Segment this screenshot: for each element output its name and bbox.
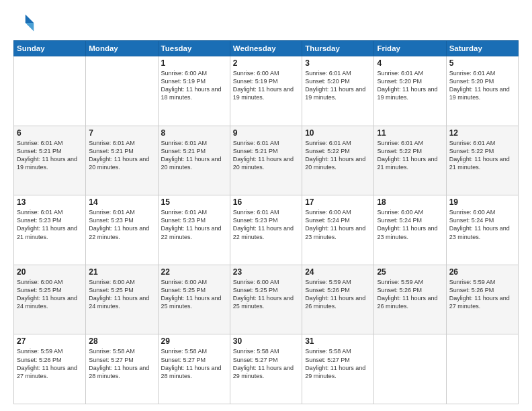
day-info: Sunrise: 6:00 AM Sunset: 5:25 PM Dayligh… <box>161 278 227 311</box>
calendar-cell: 19Sunrise: 6:00 AM Sunset: 5:24 PM Dayli… <box>446 195 518 265</box>
day-info: Sunrise: 6:01 AM Sunset: 5:20 PM Dayligh… <box>449 69 515 102</box>
weekday-header-wednesday: Wednesday <box>230 41 302 56</box>
day-number: 7 <box>89 128 154 138</box>
day-info: Sunrise: 6:01 AM Sunset: 5:23 PM Dayligh… <box>89 208 154 241</box>
calendar-cell: 4Sunrise: 6:01 AM Sunset: 5:20 PM Daylig… <box>374 56 446 126</box>
day-number: 31 <box>305 336 371 346</box>
weekday-header-row: SundayMondayTuesdayWednesdayThursdayFrid… <box>14 41 519 56</box>
svg-marker-1 <box>26 23 34 31</box>
calendar-cell: 16Sunrise: 6:01 AM Sunset: 5:23 PM Dayli… <box>230 195 302 265</box>
day-info: Sunrise: 6:01 AM Sunset: 5:22 PM Dayligh… <box>449 139 515 172</box>
calendar-cell: 20Sunrise: 6:00 AM Sunset: 5:25 PM Dayli… <box>14 265 86 334</box>
calendar-table: SundayMondayTuesdayWednesdayThursdayFrid… <box>13 40 519 404</box>
weekday-header-monday: Monday <box>86 41 158 56</box>
day-info: Sunrise: 5:59 AM Sunset: 5:26 PM Dayligh… <box>305 278 371 311</box>
logo-icon <box>13 12 35 34</box>
day-number: 23 <box>233 267 299 277</box>
day-number: 28 <box>89 336 154 346</box>
day-info: Sunrise: 6:01 AM Sunset: 5:21 PM Dayligh… <box>233 139 299 172</box>
day-info: Sunrise: 6:00 AM Sunset: 5:24 PM Dayligh… <box>449 208 515 241</box>
calendar-cell: 17Sunrise: 6:00 AM Sunset: 5:24 PM Dayli… <box>302 195 374 265</box>
weekday-header-saturday: Saturday <box>446 41 518 56</box>
day-number: 27 <box>17 336 83 346</box>
day-number: 17 <box>305 197 371 207</box>
day-info: Sunrise: 5:58 AM Sunset: 5:27 PM Dayligh… <box>161 347 227 380</box>
day-number: 21 <box>89 267 154 277</box>
calendar-cell: 5Sunrise: 6:01 AM Sunset: 5:20 PM Daylig… <box>446 56 518 126</box>
calendar-cell: 28Sunrise: 5:58 AM Sunset: 5:27 PM Dayli… <box>86 334 158 404</box>
day-info: Sunrise: 6:01 AM Sunset: 5:23 PM Dayligh… <box>161 208 227 241</box>
day-number: 9 <box>233 128 299 138</box>
calendar-cell <box>14 56 86 126</box>
day-info: Sunrise: 6:01 AM Sunset: 5:21 PM Dayligh… <box>161 139 227 172</box>
day-info: Sunrise: 5:59 AM Sunset: 5:26 PM Dayligh… <box>449 278 515 311</box>
day-number: 26 <box>449 267 515 277</box>
day-info: Sunrise: 5:58 AM Sunset: 5:27 PM Dayligh… <box>233 347 299 380</box>
calendar-cell: 25Sunrise: 5:59 AM Sunset: 5:26 PM Dayli… <box>374 265 446 334</box>
calendar-cell: 26Sunrise: 5:59 AM Sunset: 5:26 PM Dayli… <box>446 265 518 334</box>
calendar-cell: 30Sunrise: 5:58 AM Sunset: 5:27 PM Dayli… <box>230 334 302 404</box>
day-info: Sunrise: 6:00 AM Sunset: 5:25 PM Dayligh… <box>89 278 154 311</box>
day-info: Sunrise: 6:01 AM Sunset: 5:20 PM Dayligh… <box>305 69 371 102</box>
calendar-cell: 27Sunrise: 5:59 AM Sunset: 5:26 PM Dayli… <box>14 334 86 404</box>
calendar-cell: 13Sunrise: 6:01 AM Sunset: 5:23 PM Dayli… <box>14 195 86 265</box>
day-info: Sunrise: 6:00 AM Sunset: 5:19 PM Dayligh… <box>233 69 299 102</box>
calendar-cell: 7Sunrise: 6:01 AM Sunset: 5:21 PM Daylig… <box>86 126 158 195</box>
calendar-cell: 31Sunrise: 5:58 AM Sunset: 5:27 PM Dayli… <box>302 334 374 404</box>
day-info: Sunrise: 6:01 AM Sunset: 5:21 PM Dayligh… <box>17 139 83 172</box>
day-number: 4 <box>377 58 443 68</box>
logo <box>13 12 38 34</box>
header <box>13 12 519 34</box>
calendar-cell: 21Sunrise: 6:00 AM Sunset: 5:25 PM Dayli… <box>86 265 158 334</box>
day-number: 1 <box>161 58 227 68</box>
week-row-1: 1Sunrise: 6:00 AM Sunset: 5:19 PM Daylig… <box>14 56 519 126</box>
calendar-cell: 24Sunrise: 5:59 AM Sunset: 5:26 PM Dayli… <box>302 265 374 334</box>
weekday-header-sunday: Sunday <box>14 41 86 56</box>
day-info: Sunrise: 5:58 AM Sunset: 5:27 PM Dayligh… <box>305 347 371 380</box>
day-number: 2 <box>233 58 299 68</box>
calendar-cell: 10Sunrise: 6:01 AM Sunset: 5:22 PM Dayli… <box>302 126 374 195</box>
calendar-cell: 11Sunrise: 6:01 AM Sunset: 5:22 PM Dayli… <box>374 126 446 195</box>
day-number: 12 <box>449 128 515 138</box>
calendar-cell <box>374 334 446 404</box>
day-number: 11 <box>377 128 443 138</box>
day-info: Sunrise: 6:01 AM Sunset: 5:23 PM Dayligh… <box>17 208 83 241</box>
day-info: Sunrise: 6:00 AM Sunset: 5:25 PM Dayligh… <box>17 278 83 311</box>
day-number: 13 <box>17 197 83 207</box>
week-row-5: 27Sunrise: 5:59 AM Sunset: 5:26 PM Dayli… <box>14 334 519 404</box>
day-number: 30 <box>233 336 299 346</box>
page: SundayMondayTuesdayWednesdayThursdayFrid… <box>0 0 532 411</box>
day-info: Sunrise: 6:01 AM Sunset: 5:22 PM Dayligh… <box>377 139 443 172</box>
day-number: 29 <box>161 336 227 346</box>
day-number: 18 <box>377 197 443 207</box>
day-info: Sunrise: 5:59 AM Sunset: 5:26 PM Dayligh… <box>17 347 83 380</box>
day-info: Sunrise: 6:01 AM Sunset: 5:20 PM Dayligh… <box>377 69 443 102</box>
calendar-cell: 14Sunrise: 6:01 AM Sunset: 5:23 PM Dayli… <box>86 195 158 265</box>
calendar-cell <box>86 56 158 126</box>
calendar-cell: 1Sunrise: 6:00 AM Sunset: 5:19 PM Daylig… <box>158 56 230 126</box>
day-number: 15 <box>161 197 227 207</box>
svg-marker-0 <box>26 15 34 23</box>
weekday-header-thursday: Thursday <box>302 41 374 56</box>
day-number: 6 <box>17 128 83 138</box>
day-info: Sunrise: 6:00 AM Sunset: 5:19 PM Dayligh… <box>161 69 227 102</box>
day-number: 25 <box>377 267 443 277</box>
day-number: 16 <box>233 197 299 207</box>
week-row-3: 13Sunrise: 6:01 AM Sunset: 5:23 PM Dayli… <box>14 195 519 265</box>
calendar-cell <box>446 334 518 404</box>
day-number: 22 <box>161 267 227 277</box>
calendar-cell: 23Sunrise: 6:00 AM Sunset: 5:25 PM Dayli… <box>230 265 302 334</box>
weekday-header-friday: Friday <box>374 41 446 56</box>
day-info: Sunrise: 5:58 AM Sunset: 5:27 PM Dayligh… <box>89 347 154 380</box>
calendar-cell: 29Sunrise: 5:58 AM Sunset: 5:27 PM Dayli… <box>158 334 230 404</box>
day-number: 3 <box>305 58 371 68</box>
calendar-cell: 8Sunrise: 6:01 AM Sunset: 5:21 PM Daylig… <box>158 126 230 195</box>
day-number: 14 <box>89 197 154 207</box>
calendar-cell: 2Sunrise: 6:00 AM Sunset: 5:19 PM Daylig… <box>230 56 302 126</box>
day-info: Sunrise: 6:00 AM Sunset: 5:24 PM Dayligh… <box>305 208 371 241</box>
calendar-cell: 6Sunrise: 6:01 AM Sunset: 5:21 PM Daylig… <box>14 126 86 195</box>
day-info: Sunrise: 6:01 AM Sunset: 5:23 PM Dayligh… <box>233 208 299 241</box>
calendar-cell: 18Sunrise: 6:00 AM Sunset: 5:24 PM Dayli… <box>374 195 446 265</box>
day-number: 24 <box>305 267 371 277</box>
day-info: Sunrise: 5:59 AM Sunset: 5:26 PM Dayligh… <box>377 278 443 311</box>
